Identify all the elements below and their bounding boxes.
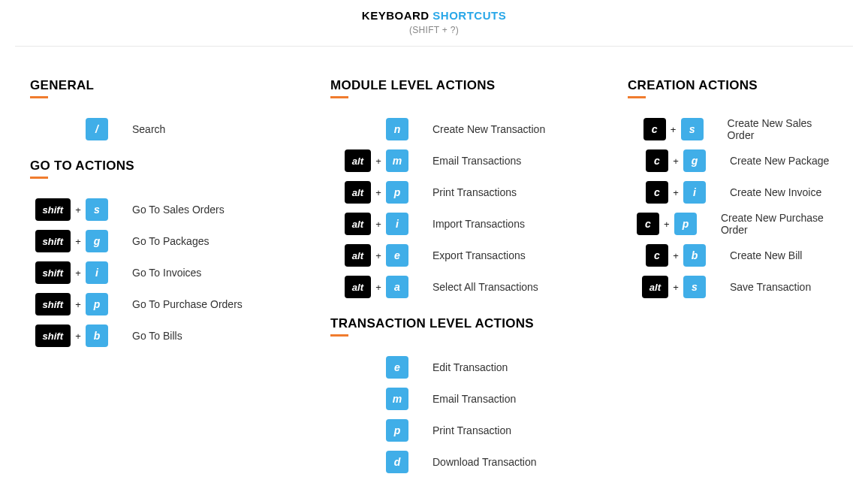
section-title: GENERAL — [30, 78, 300, 93]
shortcut-description: Create New Bill — [706, 249, 802, 261]
key-combo: alt+m — [330, 149, 408, 172]
key-c: c — [643, 118, 666, 140]
key-alt: alt — [345, 276, 371, 298]
key-c: c — [646, 149, 668, 172]
column-right: CREATION ACTIONSc+sCreate New Sales Orde… — [613, 65, 853, 478]
key-alt: alt — [345, 181, 371, 204]
page-title: KEYBOARD SHORTCUTS — [15, 9, 853, 22]
key-p: p — [86, 293, 108, 315]
shortcut-row: mEmail Transaction — [330, 383, 598, 415]
shortcut-row: alt+aSelect All Transactions — [330, 271, 598, 303]
shortcut-description: Go To Sales Orders — [108, 204, 225, 216]
plus-separator: + — [71, 331, 86, 342]
plus-separator: + — [371, 187, 386, 198]
key-slash: / — [86, 118, 108, 140]
key-n: n — [386, 118, 408, 140]
plus-separator: + — [371, 155, 386, 167]
shortcut-row: c+iCreate New Invoice — [628, 177, 838, 208]
shortcut-description: Print Transaction — [408, 424, 511, 436]
title-part-a: KEYBOARD — [362, 9, 429, 22]
shortcut-description: Save Transaction — [706, 281, 811, 293]
key-alt: alt — [345, 213, 371, 235]
shortcut-description: Import Transactions — [408, 218, 525, 230]
key-combo: c+p — [628, 213, 697, 235]
shortcut-description: Create New Sales Order — [704, 117, 838, 141]
shortcut-description: Search — [108, 123, 165, 135]
shortcut-row: c+pCreate New Purchase Order — [628, 208, 838, 240]
shortcut-row: alt+pPrint Transactions — [330, 177, 598, 208]
key-shift: shift — [35, 325, 71, 347]
key-shift: shift — [35, 198, 71, 221]
shortcut-row: shift+sGo To Sales Orders — [30, 194, 300, 225]
shortcut-row: c+sCreate New Sales Order — [628, 113, 838, 145]
shortcut-description: Create New Transaction — [408, 123, 545, 135]
shortcut-row: c+gCreate New Package — [628, 145, 838, 177]
key-b: b — [683, 244, 706, 267]
plus-separator: + — [371, 282, 386, 293]
key-combo: alt+i — [330, 213, 408, 235]
shortcut-description: Print Transactions — [408, 186, 517, 198]
key-s: s — [86, 198, 108, 221]
key-combo: shift+i — [30, 261, 108, 284]
plus-separator: + — [71, 204, 86, 216]
plus-separator: + — [668, 155, 683, 167]
key-e: e — [386, 356, 408, 379]
key-c: c — [637, 213, 659, 235]
plus-separator: + — [371, 250, 386, 261]
title-part-b: SHORTCUTS — [432, 9, 506, 22]
plus-separator: + — [371, 219, 386, 230]
key-combo: shift+p — [30, 293, 108, 315]
plus-separator: + — [668, 282, 683, 293]
key-combo: alt+p — [330, 181, 408, 204]
section-title: TRANSACTION LEVEL ACTIONS — [330, 316, 598, 331]
shortcut-description: Go To Packages — [108, 235, 209, 247]
column-middle: MODULE LEVEL ACTIONSnCreate New Transact… — [315, 65, 613, 478]
content-columns: GENERAL/Search GO TO ACTIONSshift+sGo To… — [0, 65, 868, 478]
key-combo: alt+s — [628, 276, 706, 298]
key-combo: c+s — [628, 118, 704, 140]
key-combo: c+g — [628, 149, 706, 172]
key-alt: alt — [642, 276, 668, 298]
key-d: d — [386, 451, 408, 473]
section-underline — [628, 96, 646, 98]
key-alt: alt — [345, 244, 371, 267]
key-p: p — [386, 181, 408, 204]
shortcut-row: shift+bGo To Bills — [30, 320, 300, 352]
key-alt: alt — [345, 149, 371, 172]
key-shift: shift — [35, 261, 71, 284]
shortcut-description: Download Transaction — [408, 456, 537, 468]
shortcut-row: /Search — [30, 113, 300, 145]
shortcut-row: alt+iImport Transactions — [330, 208, 598, 240]
key-combo: shift+b — [30, 325, 108, 347]
shortcut-description: Go To Purchase Orders — [108, 298, 243, 310]
key-combo: n — [330, 118, 408, 140]
key-combo: c+b — [628, 244, 706, 267]
key-combo: p — [330, 419, 408, 442]
shortcut-row: nCreate New Transaction — [330, 113, 598, 145]
key-combo: d — [330, 451, 408, 473]
section-general: GENERAL/Search — [30, 78, 300, 145]
key-combo: e — [330, 356, 408, 379]
section-underline — [330, 96, 348, 98]
shortcut-description: Create New Purchase Order — [697, 212, 838, 236]
key-shift: shift — [35, 230, 71, 252]
key-g: g — [683, 149, 706, 172]
shortcut-row: eEdit Transaction — [330, 352, 598, 383]
plus-separator: + — [71, 236, 86, 247]
section-module: MODULE LEVEL ACTIONSnCreate New Transact… — [330, 78, 598, 303]
key-i: i — [386, 213, 408, 235]
key-shift: shift — [35, 293, 71, 315]
shortcut-description: Edit Transaction — [408, 361, 508, 373]
key-s: s — [683, 276, 706, 298]
shortcut-description: Select All Transactions — [408, 281, 538, 293]
key-e: e — [386, 244, 408, 267]
key-m: m — [386, 388, 408, 410]
section-goto: GO TO ACTIONSshift+sGo To Sales Orderssh… — [30, 158, 300, 352]
key-a: a — [386, 276, 408, 298]
key-i: i — [86, 261, 108, 284]
key-combo: alt+a — [330, 276, 408, 298]
section-transaction: TRANSACTION LEVEL ACTIONSeEdit Transacti… — [330, 316, 598, 478]
shortcut-row: c+bCreate New Bill — [628, 240, 838, 271]
key-combo: alt+e — [330, 244, 408, 267]
shortcut-description: Email Transaction — [408, 393, 516, 405]
